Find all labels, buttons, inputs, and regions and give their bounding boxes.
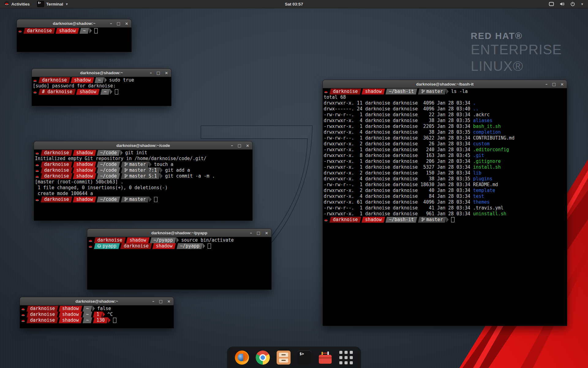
minimize-button[interactable]: – (250, 231, 252, 235)
ls-row-name: plugins (473, 176, 492, 182)
window-titlebar[interactable]: darknoise@shadow:~/pyapp–□× (87, 229, 271, 237)
terminal-line: darknoiseshadow~/codegit init (35, 150, 252, 156)
toolbox-box (319, 355, 332, 364)
window-titlebar[interactable]: darknoise@shadow:~/bash-it–□× (323, 80, 567, 88)
terminal-content[interactable]: darknoiseshadow~/pyappsource bin/activat… (87, 237, 271, 289)
ls-row-name: bash_it.sh (473, 124, 501, 129)
terminal-cursor (94, 28, 98, 33)
window-titlebar[interactable]: darknoise@shadow:~–□× (20, 297, 174, 305)
terminal-line: drwx------. 24 darknoise darknoise 4096 … (324, 106, 567, 112)
output-text: [master (root-commit) 50bcb63] . (35, 179, 123, 185)
close-button[interactable]: × (125, 21, 128, 25)
maximize-button[interactable]: □ (238, 144, 241, 148)
window-title: darknoise@shadow:~ (75, 299, 118, 304)
ls-row-meta: -rw-rw-r--. 1 darknoise darknoise 22 Jan… (324, 112, 473, 117)
terminal-line: darknoiseshadow~ (18, 28, 131, 34)
command-text: sudo true (109, 77, 134, 83)
minimize-button[interactable]: – (150, 71, 152, 75)
app-menu-terminal[interactable]: $> Terminal ▼ (34, 0, 71, 8)
ls-row-name: .travis.yml (473, 205, 503, 211)
terminal-line: -rw-rw-r--. 1 darknoise darknoise 18630 … (324, 182, 567, 188)
terminal-line: darknoiseshadow~/codemaster ?:1git add a (35, 167, 252, 173)
terminal-window-bash-it: darknoise@shadow:~/bash-it–□×darknoisesh… (322, 80, 567, 326)
prompt-segment-user: darknoise (24, 28, 55, 34)
ls-row-meta: drwxrwxr-x. 2 darknoise darknoise 26 Jan… (324, 141, 473, 147)
redhat-icon (324, 217, 329, 224)
clock[interactable]: Sat 03:57 (285, 2, 303, 6)
files-icon[interactable] (277, 351, 291, 365)
ls-row-meta: -rwxrwxr-x. 1 darknoise darknoise 961 Ja… (324, 211, 473, 217)
close-button[interactable]: × (246, 144, 249, 148)
system-status-area[interactable]: ▼ (549, 2, 588, 6)
maximize-button[interactable]: □ (257, 231, 260, 235)
close-button[interactable]: × (165, 71, 168, 75)
minimize-button[interactable]: – (231, 144, 233, 148)
prompt-segment-path: ~/pyapp (150, 237, 176, 243)
toolbox-icon[interactable] (318, 351, 332, 365)
window-titlebar[interactable]: darknoise@shadow:~–□× (32, 69, 171, 77)
prompt-segment-path: ~ (80, 28, 89, 34)
redhat-icon (33, 89, 38, 96)
prompt-segment-user: darknoise (39, 77, 70, 83)
prompt-segment-host: shadow (59, 306, 82, 312)
prompt-arrow (446, 89, 449, 94)
window-controls: –□× (545, 80, 564, 88)
terminal-line: Initialized empty Git repository in /hom… (35, 156, 252, 162)
prompt-segment-git: master (121, 162, 149, 167)
prompt-segment-user: darknoise (330, 217, 361, 223)
maximize-button[interactable]: □ (117, 21, 120, 25)
command-text: ^C (107, 312, 113, 317)
prompt-segment-host: shadow (71, 77, 94, 83)
prompt-segment-path: ~/code (97, 167, 120, 173)
terminal-line: -rw-rw-r--. 1 darknoise darknoise 41 Jan… (324, 205, 567, 211)
prompt-arrow (103, 312, 105, 317)
activities-button[interactable]: Activities (0, 0, 34, 8)
chrome-icon[interactable] (256, 351, 270, 365)
minimize-button[interactable]: – (110, 21, 112, 25)
terminal-content[interactable]: darknoiseshadow~/bash-itmasterls -latota… (323, 88, 567, 326)
maximize-button[interactable]: □ (159, 299, 163, 303)
terminal-line: drwxrwxr-x. 61 darknoise darknoise 4096 … (324, 199, 567, 205)
terminal-content[interactable]: darknoiseshadow~/codegit initInitialized… (34, 149, 252, 220)
terminal-line: darknoiseshadow~/codemastertouch a (35, 162, 252, 167)
terminal-line: -rwxrwxr-x. 1 darknoise darknoise 961 Ja… (324, 211, 567, 217)
maximize-button[interactable]: □ (156, 71, 160, 75)
output-text: 1 file changed, 0 insertions(+), 0 delet… (35, 185, 168, 190)
terminal-content[interactable]: darknoiseshadow~falsedarknoiseshadow~1^C… (20, 305, 174, 328)
window-title: darknoise@shadow:~ (53, 21, 96, 26)
window-titlebar[interactable]: darknoise@shadow:~/code–□× (34, 141, 252, 150)
terminal-line: darknoiseshadow~1^C (21, 312, 174, 317)
window-titlebar[interactable]: darknoise@shadow:~–□× (17, 19, 131, 28)
ls-row-meta: drwxrwxr-x. 8 darknoise darknoise 163 Ja… (324, 153, 473, 158)
minimize-button[interactable]: – (545, 82, 548, 86)
prompt-segment-user: darknoise (330, 89, 361, 94)
terminal-content[interactable]: darknoiseshadow~ (17, 27, 131, 52)
app-grid-icon[interactable] (339, 351, 353, 365)
prompt-arrow (108, 317, 111, 323)
prompt-arrow (446, 217, 449, 222)
ls-row-name: install.sh (473, 164, 501, 170)
terminal-content[interactable]: darknoiseshadow~sudo true[sudo] password… (32, 77, 171, 106)
ls-row-meta: -rw-rw-r--. 1 darknoise darknoise 41 Jan… (324, 205, 473, 211)
terminal-line: total 68 (324, 94, 567, 100)
terminal-line: drwxrwxr-x. 2 darknoise darknoise 40 Jan… (324, 188, 567, 194)
dock: $> (227, 347, 361, 368)
ls-row-name: completion (473, 129, 501, 135)
prompt-segment-path: ~/code (97, 162, 120, 167)
command-text: git init (125, 150, 147, 155)
brand-enterprise: ENTERPRISE (471, 42, 562, 58)
terminal-window-home-1: darknoise@shadow:~–□×darknoiseshadow~ (17, 19, 132, 52)
prompt-segment-host: shadow (76, 89, 100, 95)
maximize-button[interactable]: □ (552, 82, 556, 86)
close-button[interactable]: × (167, 299, 171, 303)
ls-row-meta: -rw-rw-r--. 1 darknoise darknoise 18630 … (324, 182, 473, 187)
prompt-arrow (160, 173, 163, 179)
prompt-segment-git: master (121, 197, 149, 202)
close-button[interactable]: × (560, 82, 564, 86)
firefox-icon[interactable] (235, 351, 249, 365)
terminal-app-icon[interactable]: $> (297, 351, 311, 365)
close-button[interactable]: × (265, 231, 268, 235)
terminal-cursor (154, 197, 157, 202)
prompt-arrow (203, 243, 205, 249)
minimize-button[interactable]: – (152, 299, 154, 303)
